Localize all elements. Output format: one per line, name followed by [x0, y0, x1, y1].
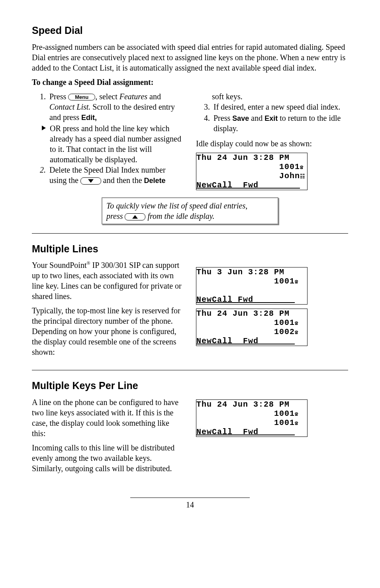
left-column: Press Menu, select Features and Contact …	[32, 91, 184, 190]
right-column: Thu 3 Jun 3:28 PM 1001☎ NewCall Fwd Thu …	[196, 260, 348, 346]
text: Press	[214, 114, 232, 122]
or-bullet: OR press and hold the line key which alr…	[42, 123, 184, 165]
paragraph: Incoming calls to this line will be dist…	[32, 442, 184, 474]
registered-mark: ®	[86, 261, 90, 266]
save-label: Save	[232, 114, 249, 122]
phone-icon: ☎	[295, 329, 298, 336]
tip-line-2: press from the idle display.	[106, 211, 274, 221]
lcd-display-2b: Thu 24 Jun 3:28 PM 1001☎ 1002☎ NewCall F…	[196, 309, 308, 346]
step-1: Press Menu, select Features and Contact …	[48, 91, 184, 122]
tip-box: To quickly view the list of speed dial e…	[102, 197, 278, 224]
two-column-layout: Press Menu, select Features and Contact …	[32, 91, 348, 190]
paragraph: Typically, the top-most line key is rese…	[32, 305, 184, 357]
text: , select	[95, 92, 119, 101]
paragraph: Your SoundPoint® IP 300/301 SIP can supp…	[32, 260, 184, 301]
list-icon: ☷	[300, 173, 306, 180]
idle-caption: Idle display could now be as shown:	[196, 138, 348, 149]
left-column: Your SoundPoint® IP 300/301 SIP can supp…	[32, 260, 184, 361]
intro-paragraph: Pre-assigned numbers can be associated w…	[32, 42, 348, 73]
phone-icon: ☎	[295, 320, 298, 326]
step-3: If desired, enter a new speed dial index…	[212, 102, 348, 112]
phone-icon: ☎	[300, 164, 304, 171]
delete-label: Delete	[144, 177, 166, 185]
triangle-right-icon	[42, 126, 46, 130]
subheading: To change a Speed Dial assignment:	[32, 77, 348, 87]
left-column: A line on the phone can be configured to…	[32, 397, 184, 478]
text: from the idle display.	[145, 212, 214, 220]
step-4: Press Save and Exit to return to the idl…	[212, 113, 348, 134]
down-arrow-key	[80, 177, 101, 185]
footer: 14	[32, 498, 348, 510]
menu-key: Menu	[68, 94, 95, 100]
exit-label: Exit	[264, 114, 278, 122]
softkeys-text: soft keys.	[212, 91, 348, 102]
up-arrow-key	[125, 213, 145, 220]
divider	[32, 370, 348, 370]
footer-line	[130, 498, 250, 498]
or-text: OR press and hold the line key which alr…	[50, 123, 184, 165]
contact-text: Contact List.	[49, 102, 90, 111]
tip-line-1: To quickly view the list of speed dial e…	[106, 201, 274, 211]
lcd-display-1: Thu 24 Jun 3:28 PM 1001☎ John☷ NewCall F…	[196, 153, 308, 190]
text: Press	[49, 92, 68, 101]
heading-multiple-lines: Multiple Lines	[32, 242, 348, 256]
edit-label: Edit,	[81, 114, 97, 122]
phone-icon: ☎	[295, 279, 298, 285]
heading-multiple-keys: Multiple Keys Per Line	[32, 379, 348, 392]
right-column: Thu 24 Jun 3:28 PM 1001☎ 1001☎ NewCall F…	[196, 397, 348, 437]
lcd-display-2a: Thu 3 Jun 3:28 PM 1001☎ NewCall Fwd	[196, 267, 308, 305]
phone-icon: ☎	[295, 420, 298, 427]
lcd-display-3: Thu 24 Jun 3:28 PM 1001☎ 1001☎ NewCall F…	[196, 399, 308, 437]
section-row: Your SoundPoint® IP 300/301 SIP can supp…	[32, 260, 348, 361]
right-column: soft keys. If desired, enter a new speed…	[196, 91, 348, 190]
paragraph: A line on the phone can be configured to…	[32, 397, 184, 439]
text: and then the	[101, 176, 144, 185]
section-row: A line on the phone can be configured to…	[32, 397, 348, 478]
text: and	[147, 92, 161, 101]
page-number: 14	[32, 500, 348, 510]
phone-icon: ☎	[295, 411, 298, 417]
divider	[32, 233, 348, 234]
text: and	[249, 114, 264, 122]
step-2: 2. Delete the Speed Dial Index number us…	[48, 165, 184, 185]
text: press	[106, 212, 125, 220]
features-text: Features	[119, 92, 147, 101]
heading-speed-dial: Speed Dial	[32, 24, 348, 37]
